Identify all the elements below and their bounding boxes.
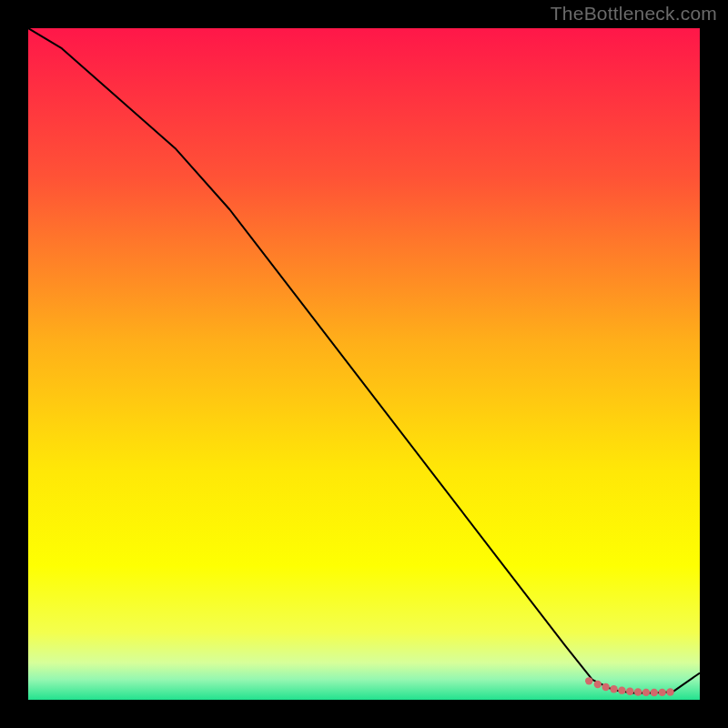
attribution-text: TheBottleneck.com — [551, 3, 717, 25]
chart-frame: TheBottleneck.com — [0, 0, 728, 728]
plot-area — [28, 28, 700, 700]
highlight-dot — [585, 677, 592, 684]
highlight-dot — [602, 683, 609, 691]
highlight-dot — [642, 689, 650, 696]
gradient-background — [28, 28, 700, 700]
highlight-dot — [594, 681, 602, 688]
highlight-dot — [610, 685, 617, 693]
highlight-dot — [666, 688, 673, 695]
highlight-dot — [618, 686, 625, 693]
highlight-dot — [658, 689, 665, 696]
highlight-dot — [634, 688, 642, 695]
chart-svg — [28, 28, 700, 700]
highlight-dot — [626, 688, 633, 695]
highlight-dot — [651, 689, 658, 696]
